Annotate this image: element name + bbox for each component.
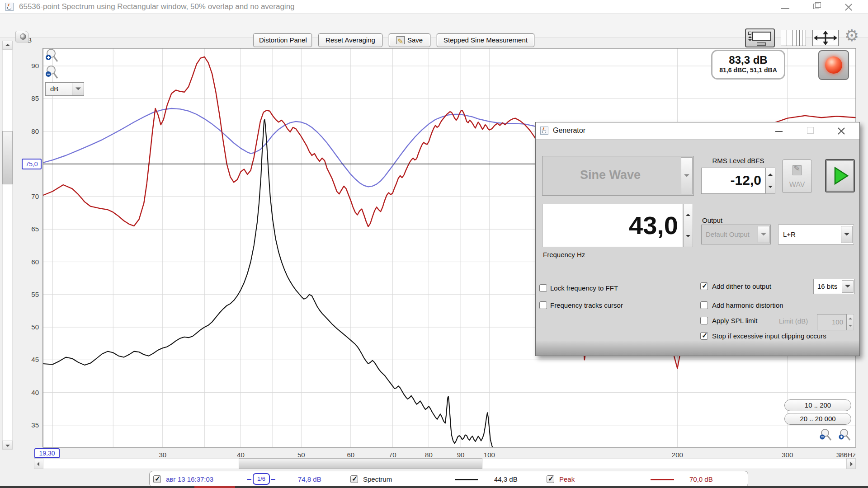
combo-arrow-icon	[841, 226, 853, 243]
save-button[interactable]: ✎Save	[389, 33, 430, 47]
play-button[interactable]	[825, 159, 855, 192]
scroll-right-button[interactable]	[846, 458, 856, 469]
smoothing-dash-icon	[247, 479, 251, 480]
vertical-scrollbar-thumb[interactable]	[2, 131, 13, 184]
svg-text:30: 30	[159, 451, 166, 459]
dither-bits-combo[interactable]: 16 bits	[813, 279, 855, 294]
svg-text:35: 35	[31, 421, 39, 429]
distortion-panel-button[interactable]: Distortion Panel	[253, 33, 312, 47]
gear-icon[interactable]: ⚙	[844, 26, 859, 45]
svg-text:80: 80	[31, 127, 39, 135]
svg-text:45: 45	[31, 356, 39, 363]
scroll-up-button[interactable]	[2, 41, 13, 50]
generator-bottom-bar	[536, 341, 859, 356]
zoom-out-y-icon[interactable]	[45, 65, 59, 83]
svg-text:200: 200	[672, 451, 683, 459]
spectrum-name: Spectrum	[363, 475, 392, 483]
zoom-in-y-icon[interactable]	[45, 48, 59, 66]
peak-name: Peak	[559, 475, 575, 483]
main-titlebar: 65536-point Spectrum using Rectangular w…	[0, 0, 868, 14]
measurement-visible-checkbox[interactable]	[153, 475, 161, 483]
svg-text:60: 60	[31, 258, 39, 266]
minimize-icon[interactable]	[781, 8, 789, 9]
svg-text:90: 90	[457, 451, 465, 459]
svg-text:85: 85	[31, 94, 39, 102]
svg-text:60: 60	[347, 451, 354, 459]
frequency-spinner[interactable]	[683, 204, 693, 247]
output-device-combo[interactable]: Default Output	[701, 225, 771, 244]
smoothing-badge[interactable]: 1/6	[253, 473, 270, 485]
peak-visible-checkbox[interactable]	[547, 475, 554, 483]
spin-up-icon	[686, 214, 690, 216]
generator-minimize-icon[interactable]	[775, 131, 783, 132]
generator-maximize-icon[interactable]	[807, 127, 814, 134]
spectrum-visible-checkbox[interactable]	[350, 475, 358, 483]
record-button[interactable]	[818, 50, 849, 80]
add-harmonic-checkbox[interactable]	[700, 301, 708, 309]
range-20-20000-button[interactable]: 20 .. 20 000	[784, 413, 851, 425]
range-10-200-button[interactable]: 10 .. 200	[784, 399, 851, 411]
reset-averaging-button[interactable]: Reset Averaging	[318, 33, 382, 47]
combo-arrow-icon	[842, 280, 854, 293]
svg-text:55: 55	[31, 291, 39, 298]
scroll-left-button[interactable]	[34, 458, 43, 469]
svg-text:65: 65	[31, 225, 39, 233]
measurement-value: 74,8 dB	[298, 475, 321, 483]
wav-button[interactable]: ✎ WAV	[782, 160, 812, 193]
generator-window: Generator Sine Wave RMS Level dBFS -12,0…	[535, 122, 860, 356]
generator-close-icon[interactable]	[838, 127, 845, 134]
zoom-in-x-icon[interactable]	[836, 428, 852, 444]
output-channel-combo[interactable]: L+R	[778, 225, 854, 244]
cursor-freq-readout: 19,30	[34, 448, 60, 458]
frequency-field[interactable]: 43,0	[542, 204, 683, 247]
svg-text:90: 90	[31, 62, 39, 70]
svg-text:70: 70	[389, 451, 396, 459]
java-cup-icon	[542, 131, 546, 133]
signal-type-combo[interactable]: Sine Wave	[542, 156, 694, 196]
spin-down-icon	[768, 186, 773, 188]
stop-clipping-checkbox[interactable]	[700, 332, 708, 340]
scroll-down-button[interactable]	[2, 441, 13, 450]
apply-spl-limit-label: Apply SPL limit	[712, 317, 757, 324]
rms-level-label: RMS Level dBFS	[701, 157, 775, 164]
peak-value: 70,0 dB	[689, 475, 713, 483]
lock-frequency-checkbox[interactable]	[539, 284, 547, 292]
generator-titlebar[interactable]: Generator	[536, 122, 859, 140]
stepped-sine-button[interactable]: Stepped Sine Measurement	[437, 33, 534, 47]
svg-text:40: 40	[237, 451, 245, 459]
add-dither-checkbox[interactable]	[700, 282, 708, 290]
pan-zoom-icon[interactable]	[812, 30, 839, 46]
vertical-scrollbar[interactable]	[2, 41, 13, 450]
svg-text:386Hz: 386Hz	[836, 451, 856, 459]
wav-pencil-icon: ✎	[793, 164, 800, 174]
close-icon[interactable]	[845, 3, 852, 10]
java-steam-icon	[8, 4, 11, 6]
y-axis-unit-combo[interactable]: dB	[45, 82, 84, 96]
spin-up-icon	[768, 174, 773, 176]
play-icon	[826, 160, 854, 192]
frequency-tracks-cursor-checkbox[interactable]	[539, 301, 547, 309]
output-label: Output	[702, 216, 722, 224]
zoom-out-x-icon[interactable]	[817, 428, 833, 444]
spectrum-value: 44,3 dB	[494, 475, 518, 483]
rms-level-field[interactable]: -12,0	[701, 168, 765, 194]
screenshot-camera-icon[interactable]	[15, 31, 29, 42]
combo-arrow-icon	[758, 226, 769, 243]
svg-text:100: 100	[484, 451, 495, 459]
spl-weighted-values: 81,6 dBC, 51,1 dBA	[712, 66, 784, 74]
rew-application: 65536-point Spectrum using Rectangular w…	[0, 0, 868, 488]
spl-meter-view-icon[interactable]	[745, 28, 775, 47]
svg-text:80: 80	[425, 451, 433, 459]
combo-arrow-icon	[681, 157, 693, 194]
apply-spl-limit-checkbox[interactable]	[700, 317, 708, 324]
add-dither-label: Add dither to output	[712, 282, 771, 290]
cursor-db-readout: 75,0	[22, 159, 42, 169]
svg-text:50: 50	[297, 451, 305, 459]
horizontal-scrollbar-thumb[interactable]	[239, 458, 482, 469]
spin-down-icon	[849, 325, 852, 327]
rms-level-spinner[interactable]	[765, 168, 775, 194]
stop-clipping-label: Stop if excessive input clipping occurs	[712, 332, 826, 340]
spectrum-line-sample	[455, 479, 478, 480]
window-title: 65536-point Spectrum using Rectangular w…	[19, 2, 295, 11]
frequency-bands-icon[interactable]	[781, 30, 806, 46]
